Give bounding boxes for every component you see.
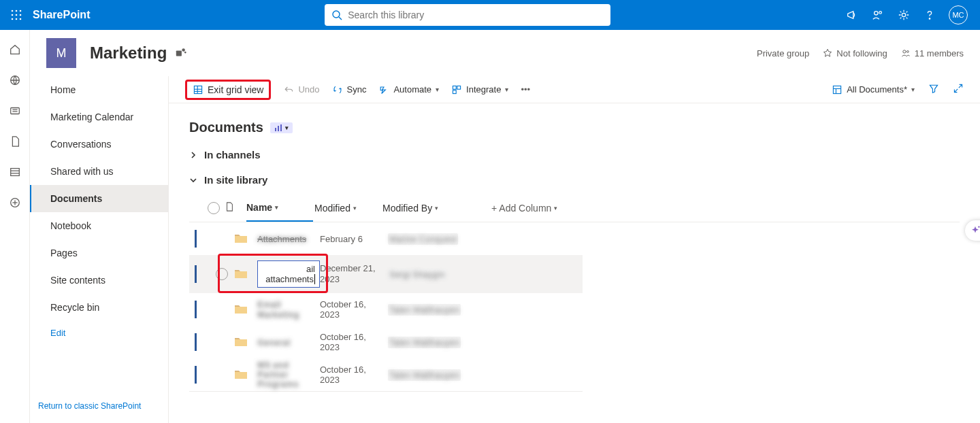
site-title: Marketing bbox=[90, 44, 167, 63]
table-row[interactable]: General October 16, 2023 Talen Walthauye… bbox=[189, 326, 583, 358]
members-icon bbox=[901, 48, 911, 58]
svg-rect-35 bbox=[457, 86, 461, 89]
file-modified-by: Marine Conquest bbox=[388, 234, 470, 244]
table-row[interactable]: Email Marketing October 16, 2023 Talen W… bbox=[189, 293, 583, 326]
nav-edit-link[interactable]: Edit bbox=[30, 321, 168, 345]
nav-notebook[interactable]: Notebook bbox=[30, 212, 168, 239]
people-icon[interactable] bbox=[871, 8, 885, 22]
megaphone-icon[interactable] bbox=[845, 8, 859, 22]
add-column-button[interactable]: + Add Column▾ bbox=[491, 203, 573, 214]
modified-by-column[interactable]: Modified By▾ bbox=[382, 203, 464, 214]
site-logo[interactable]: M bbox=[46, 38, 76, 68]
rail-globe-icon[interactable] bbox=[9, 74, 21, 88]
rail-create-icon[interactable] bbox=[9, 197, 21, 211]
file-name[interactable]: General bbox=[257, 337, 320, 348]
return-classic-link[interactable]: Return to classic SharePoint bbox=[30, 394, 168, 418]
view-selector[interactable]: All Documents* ▾ bbox=[832, 84, 915, 95]
app-rail bbox=[0, 30, 30, 423]
svg-line-10 bbox=[339, 17, 342, 20]
file-name[interactable]: Attachments bbox=[257, 234, 320, 244]
filter-button[interactable] bbox=[928, 83, 939, 96]
chart-view-button[interactable]: ▾ bbox=[270, 122, 293, 133]
documents-table: Name▾ Modified▾ Modified By▾ + Add Colum… bbox=[189, 194, 960, 392]
app-launcher[interactable] bbox=[5, 4, 27, 26]
file-name[interactable]: Email Marketing bbox=[257, 299, 320, 320]
svg-point-9 bbox=[333, 11, 340, 18]
svg-point-14 bbox=[929, 18, 930, 19]
rail-file-icon[interactable] bbox=[9, 135, 21, 150]
file-modified: October 16, 2023 bbox=[320, 332, 388, 352]
rail-list-icon[interactable] bbox=[9, 166, 21, 180]
file-name-editing[interactable]: ail attachments bbox=[257, 260, 320, 288]
svg-point-27 bbox=[184, 52, 186, 54]
page: Exit grid view Undo Sync Automate ▾ bbox=[169, 76, 980, 423]
chevron-down-icon: ▾ bbox=[554, 205, 557, 212]
sparkle-icon bbox=[969, 224, 980, 237]
exit-grid-button[interactable]: Exit grid view bbox=[185, 80, 271, 100]
search-input[interactable] bbox=[348, 10, 604, 20]
chevron-down-icon bbox=[189, 176, 197, 184]
brand-label[interactable]: SharePoint bbox=[33, 9, 90, 21]
sync-icon bbox=[332, 84, 343, 95]
svg-point-6 bbox=[12, 18, 14, 20]
nav-recycle[interactable]: Recycle bin bbox=[30, 294, 168, 321]
chevron-down-icon: ▾ bbox=[275, 204, 278, 211]
type-column[interactable] bbox=[225, 202, 246, 214]
undo-button[interactable]: Undo bbox=[283, 84, 319, 95]
svg-point-3 bbox=[12, 14, 14, 16]
nav-conversations[interactable]: Conversations bbox=[30, 131, 168, 158]
table-row[interactable]: Attachments February 6 Marine Conquest bbox=[189, 222, 583, 255]
undo-label: Undo bbox=[298, 84, 319, 95]
integrate-button[interactable]: Integrate ▾ bbox=[451, 84, 508, 95]
sync-button[interactable]: Sync bbox=[332, 84, 367, 95]
select-all[interactable] bbox=[203, 202, 225, 214]
left-nav: Home Marketing Calendar Conversations Sh… bbox=[30, 76, 169, 423]
command-bar: Exit grid view Undo Sync Automate ▾ bbox=[169, 76, 980, 103]
automate-button[interactable]: Automate ▾ bbox=[378, 84, 439, 95]
svg-point-29 bbox=[906, 51, 909, 53]
nav-pages[interactable]: Pages bbox=[30, 239, 168, 267]
group-channels[interactable]: In channels bbox=[189, 149, 960, 160]
modified-column[interactable]: Modified▾ bbox=[314, 203, 382, 214]
nav-documents[interactable]: Documents bbox=[30, 185, 168, 212]
members-button[interactable]: 11 members bbox=[901, 48, 964, 58]
folder-icon bbox=[234, 268, 250, 281]
rail-news-icon[interactable] bbox=[9, 105, 21, 119]
chevron-down-icon: ▾ bbox=[436, 86, 439, 93]
integrate-label: Integrate bbox=[466, 84, 501, 95]
expand-button[interactable] bbox=[953, 83, 964, 96]
view-icon bbox=[832, 84, 843, 95]
nav-home[interactable]: Home bbox=[30, 76, 168, 103]
more-button[interactable]: ••• bbox=[521, 84, 530, 95]
search-box[interactable] bbox=[325, 4, 610, 26]
svg-rect-16 bbox=[10, 108, 19, 114]
nav-site-contents[interactable]: Site contents bbox=[30, 267, 168, 294]
automate-label: Automate bbox=[393, 84, 431, 95]
file-name[interactable]: MS and Partner Programs bbox=[257, 360, 320, 390]
help-icon[interactable] bbox=[923, 8, 936, 22]
table-row[interactable]: MS and Partner Programs October 16, 2023… bbox=[189, 358, 583, 391]
members-label: 11 members bbox=[915, 48, 964, 58]
settings-icon[interactable] bbox=[897, 8, 911, 22]
table-row[interactable]: ail attachments December 21, 2023 Sergi … bbox=[189, 255, 583, 293]
name-column[interactable]: Name▾ bbox=[246, 194, 313, 222]
svg-rect-34 bbox=[453, 86, 457, 89]
svg-point-28 bbox=[903, 50, 906, 53]
suite-actions: MC bbox=[845, 5, 975, 24]
sync-label: Sync bbox=[347, 84, 367, 95]
nav-shared[interactable]: Shared with us bbox=[30, 158, 168, 185]
svg-point-13 bbox=[902, 13, 905, 16]
svg-point-26 bbox=[182, 48, 186, 52]
file-modified-by: Talen Walthauyen bbox=[388, 337, 470, 348]
svg-rect-42 bbox=[278, 126, 279, 131]
rail-home-icon[interactable] bbox=[9, 44, 21, 58]
group-site[interactable]: In site library bbox=[189, 174, 960, 186]
follow-button[interactable]: Not following bbox=[823, 48, 887, 58]
user-avatar[interactable]: MC bbox=[949, 5, 968, 24]
file-modified-by: Talen Walthauyen bbox=[388, 370, 470, 380]
nav-marketing-calendar[interactable]: Marketing Calendar bbox=[30, 103, 168, 131]
row-select[interactable] bbox=[211, 268, 233, 280]
teams-icon[interactable] bbox=[175, 47, 187, 59]
copilot-fab[interactable] bbox=[965, 220, 980, 241]
svg-point-40 bbox=[978, 226, 979, 227]
